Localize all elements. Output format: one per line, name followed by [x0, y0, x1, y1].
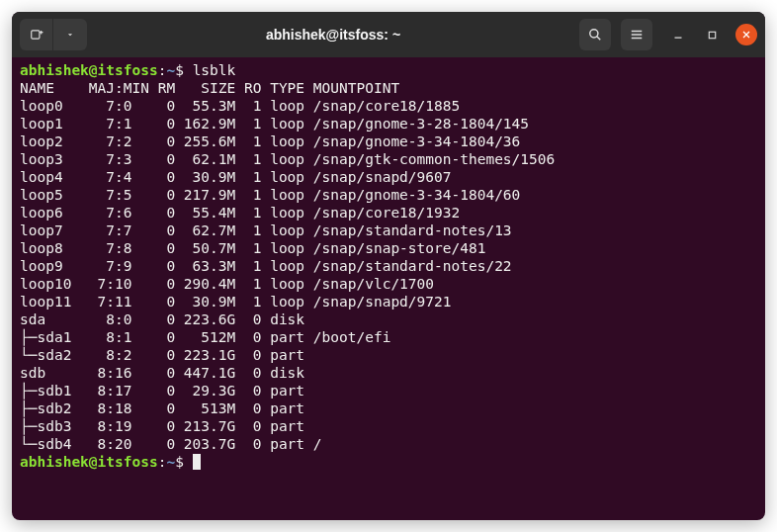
hamburger-icon: [630, 28, 644, 42]
tab-dropdown-button[interactable]: [53, 19, 87, 50]
lsblk-row: loop0 7:0 0 55.3M 1 loop /snap/core18/18…: [20, 97, 757, 115]
minimize-button[interactable]: [668, 25, 688, 44]
cursor: [193, 454, 201, 470]
maximize-icon: [707, 30, 718, 41]
terminal-body[interactable]: abhishek@itsfoss:~$ lsblkNAME MAJ:MIN RM…: [12, 57, 765, 520]
svg-rect-9: [709, 32, 715, 38]
lsblk-row: loop11 7:11 0 30.9M 1 loop /snap/snapd/9…: [20, 293, 757, 310]
lsblk-header: NAME MAJ:MIN RM SIZE RO TYPE MOUNTPOINT: [20, 79, 757, 97]
lsblk-row: └─sdb4 8:20 0 203.7G 0 part /: [20, 435, 757, 453]
maximize-button[interactable]: [702, 25, 722, 44]
titlebar: abhishek@itsfoss: ~: [12, 12, 765, 57]
lsblk-row: loop9 7:9 0 63.3M 1 loop /snap/standard-…: [20, 257, 757, 275]
lsblk-row: ├─sda1 8:1 0 512M 0 part /boot/efi: [20, 328, 757, 346]
lsblk-row: ├─sdb3 8:19 0 213.7G 0 part: [20, 417, 757, 435]
svg-point-3: [590, 30, 598, 38]
lsblk-row: └─sda2 8:2 0 223.1G 0 part: [20, 346, 757, 364]
search-button[interactable]: [579, 19, 611, 50]
lsblk-row: loop2 7:2 0 255.6M 1 loop /snap/gnome-3-…: [20, 133, 757, 150]
prompt-row: abhishek@itsfoss:~$: [20, 453, 757, 471]
close-icon: [740, 29, 752, 41]
title-actions: [579, 19, 757, 50]
chevron-down-icon: [65, 30, 75, 40]
prompt-userhost: abhishek@itsfoss: [20, 62, 158, 78]
new-tab-button[interactable]: [20, 19, 53, 50]
lsblk-row: ├─sdb1 8:17 0 29.3G 0 part: [20, 382, 757, 399]
prompt-path: ~: [166, 62, 175, 78]
terminal-window: abhishek@itsfoss: ~ abhishek@itsfoss:: [12, 12, 765, 520]
window-controls: [668, 24, 757, 45]
search-icon: [588, 28, 602, 42]
lsblk-row: loop1 7:1 0 162.9M 1 loop /snap/gnome-3-…: [20, 115, 757, 133]
lsblk-row: loop6 7:6 0 55.4M 1 loop /snap/core18/19…: [20, 204, 757, 222]
minimize-icon: [672, 29, 684, 41]
command-text: lsblk: [193, 62, 236, 78]
prompt-sep2: $: [175, 454, 184, 470]
window-title: abhishek@itsfoss: ~: [93, 27, 573, 43]
new-tab-icon: [30, 28, 43, 42]
lsblk-row: loop4 7:4 0 30.9M 1 loop /snap/snapd/960…: [20, 168, 757, 186]
lsblk-row: loop8 7:8 0 50.7M 1 loop /snap/snap-stor…: [20, 239, 757, 257]
lsblk-row: sda 8:0 0 223.6G 0 disk: [20, 310, 757, 328]
prompt-userhost: abhishek@itsfoss: [20, 454, 158, 470]
menu-button[interactable]: [621, 19, 652, 50]
svg-line-4: [597, 37, 601, 41]
new-tab-group: [20, 19, 87, 50]
prompt-sep2: $: [175, 62, 184, 78]
svg-rect-0: [31, 31, 39, 39]
lsblk-row: loop10 7:10 0 290.4M 1 loop /snap/vlc/17…: [20, 275, 757, 293]
lsblk-row: sdb 8:16 0 447.1G 0 disk: [20, 364, 757, 382]
prompt-row: abhishek@itsfoss:~$ lsblk: [20, 61, 757, 79]
close-button[interactable]: [735, 24, 757, 45]
lsblk-row: ├─sdb2 8:18 0 513M 0 part: [20, 399, 757, 417]
prompt-path: ~: [166, 454, 175, 470]
lsblk-row: loop7 7:7 0 62.7M 1 loop /snap/standard-…: [20, 222, 757, 239]
lsblk-row: loop5 7:5 0 217.9M 1 loop /snap/gnome-3-…: [20, 186, 757, 204]
lsblk-row: loop3 7:3 0 62.1M 1 loop /snap/gtk-commo…: [20, 150, 757, 168]
